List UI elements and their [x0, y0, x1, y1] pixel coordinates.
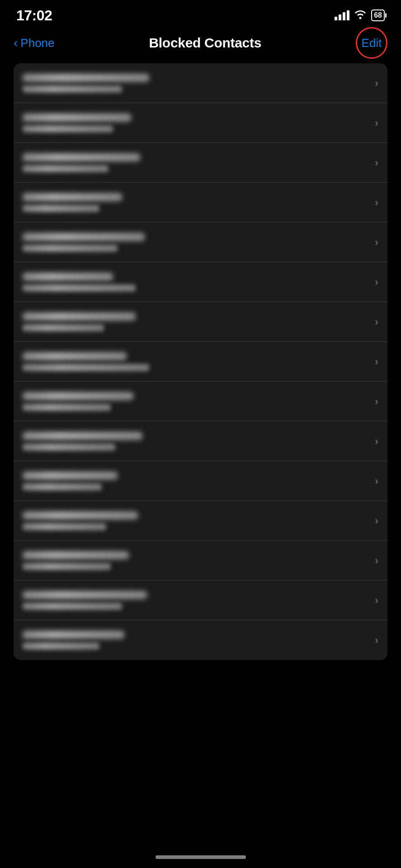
contact-detail-blur	[23, 523, 106, 530]
list-item[interactable]: ›	[14, 501, 387, 541]
list-item[interactable]: ›	[14, 63, 387, 103]
chevron-right-icon: ›	[375, 554, 378, 567]
list-item[interactable]: ›	[14, 382, 387, 421]
contact-name-blur	[23, 392, 133, 400]
signal-bar-1	[335, 17, 337, 20]
status-time: 17:02	[16, 7, 52, 24]
contact-detail-blur	[23, 324, 104, 331]
contact-name-blur	[23, 432, 142, 440]
contact-name-area	[23, 631, 375, 650]
list-item[interactable]: ›	[14, 541, 387, 580]
contact-name-blur	[23, 591, 147, 599]
chevron-right-icon: ›	[375, 156, 378, 169]
chevron-right-icon: ›	[375, 236, 378, 249]
signal-bar-4	[347, 10, 349, 20]
status-bar: 17:02 68	[0, 0, 401, 27]
contact-name-blur	[23, 74, 149, 82]
contact-name-blur	[23, 273, 113, 281]
home-indicator	[156, 855, 246, 859]
nav-bar: ‹ Phone Blocked Contacts Edit	[0, 27, 401, 63]
battery-tip	[385, 13, 387, 18]
contact-name-area	[23, 233, 375, 252]
list-item[interactable]: ›	[14, 262, 387, 302]
contact-detail-blur	[23, 205, 99, 212]
contact-name-area	[23, 113, 375, 132]
list-item[interactable]: ›	[14, 183, 387, 222]
contact-name-area	[23, 273, 375, 292]
chevron-right-icon: ›	[375, 435, 378, 448]
chevron-right-icon: ›	[375, 117, 378, 129]
contact-name-blur	[23, 193, 122, 201]
list-item[interactable]: ›	[14, 222, 387, 262]
list-item[interactable]: ›	[14, 302, 387, 342]
battery-icon: 68	[371, 9, 385, 21]
back-label: Phone	[20, 36, 54, 50]
signal-icon	[335, 10, 349, 20]
list-item[interactable]: ›	[14, 620, 387, 660]
signal-bar-3	[343, 12, 345, 20]
back-chevron-icon: ‹	[14, 37, 18, 49]
contact-name-blur	[23, 511, 138, 519]
contact-name-area	[23, 312, 375, 331]
contact-name-area	[23, 591, 375, 610]
list-item[interactable]: ›	[14, 580, 387, 620]
chevron-right-icon: ›	[375, 475, 378, 487]
contact-name-blur	[23, 113, 131, 122]
chevron-right-icon: ›	[375, 395, 378, 408]
contact-detail-blur	[23, 404, 111, 411]
contact-name-area	[23, 74, 375, 93]
contact-detail-blur	[23, 85, 122, 93]
chevron-right-icon: ›	[375, 355, 378, 368]
chevron-right-icon: ›	[375, 594, 378, 607]
back-button[interactable]: ‹ Phone	[14, 36, 55, 50]
contact-name-blur	[23, 352, 127, 360]
list-item[interactable]: ›	[14, 103, 387, 143]
home-indicator-area	[0, 842, 401, 868]
contact-detail-blur	[23, 443, 115, 451]
contact-name-blur	[23, 631, 124, 639]
contact-name-area	[23, 153, 375, 172]
chevron-right-icon: ›	[375, 196, 378, 209]
edit-label: Edit	[362, 36, 382, 50]
edit-button[interactable]: Edit	[356, 27, 387, 59]
contact-name-blur	[23, 472, 118, 480]
list-item[interactable]: ›	[14, 461, 387, 501]
status-icons: 68	[335, 9, 385, 22]
contact-name-blur	[23, 551, 129, 559]
wifi-icon	[354, 9, 367, 22]
contact-detail-blur	[23, 642, 99, 650]
contact-name-area	[23, 392, 375, 411]
contact-name-blur	[23, 233, 145, 241]
list-item[interactable]: ›	[14, 143, 387, 183]
contact-detail-blur	[23, 284, 136, 292]
signal-bar-2	[339, 14, 341, 20]
chevron-right-icon: ›	[375, 514, 378, 527]
contact-name-area	[23, 472, 375, 491]
chevron-right-icon: ›	[375, 316, 378, 328]
chevron-right-icon: ›	[375, 634, 378, 646]
battery-level: 68	[374, 11, 382, 19]
contact-name-area	[23, 551, 375, 570]
blocked-contacts-list: › › › › › ›	[14, 63, 387, 660]
contact-detail-blur	[23, 483, 102, 491]
contact-detail-blur	[23, 563, 111, 570]
chevron-right-icon: ›	[375, 77, 378, 90]
list-item[interactable]: ›	[14, 421, 387, 461]
contact-name-area	[23, 511, 375, 530]
contact-detail-blur	[23, 165, 109, 172]
contact-name-blur	[23, 312, 136, 321]
contact-detail-blur	[23, 603, 122, 610]
contact-detail-blur	[23, 245, 118, 252]
list-item[interactable]: ›	[14, 342, 387, 382]
contact-name-area	[23, 352, 375, 371]
contact-name-area	[23, 193, 375, 212]
contact-name-area	[23, 432, 375, 451]
contact-detail-blur	[23, 364, 149, 371]
chevron-right-icon: ›	[375, 276, 378, 288]
contact-name-blur	[23, 153, 140, 161]
contact-detail-blur	[23, 125, 113, 132]
page-title: Blocked Contacts	[149, 35, 261, 51]
